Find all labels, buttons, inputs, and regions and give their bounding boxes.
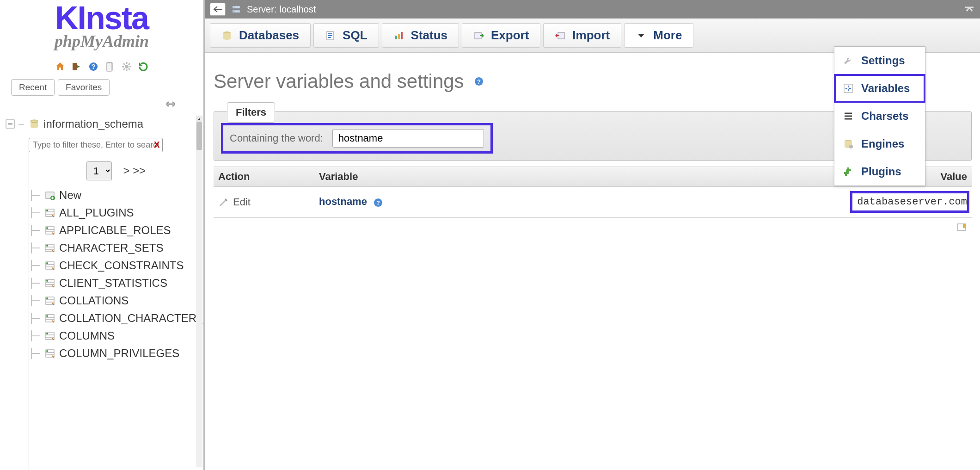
scrollbar-thumb[interactable] bbox=[196, 122, 202, 150]
svg-point-27 bbox=[46, 227, 48, 229]
tree-item[interactable]: ├─COLUMN_PRIVILEGES bbox=[29, 347, 203, 360]
chevron-down-icon bbox=[636, 30, 647, 41]
clear-filter-icon[interactable]: X bbox=[154, 140, 160, 149]
svg-rect-67 bbox=[844, 84, 852, 93]
tab-more[interactable]: More bbox=[624, 23, 693, 48]
collapse-panel-icon[interactable] bbox=[963, 5, 975, 14]
tree-item[interactable]: ├─APPLICABLE_ROLES bbox=[29, 224, 203, 237]
breadcrumb-server[interactable]: localhost bbox=[279, 4, 316, 15]
main: Server: localhost Databases SQL Status E… bbox=[205, 0, 980, 470]
tree-item[interactable]: ├─CHARACTER_SETS bbox=[29, 241, 203, 254]
tab-status[interactable]: Status bbox=[382, 23, 459, 48]
table-icon bbox=[44, 260, 55, 271]
tab-import[interactable]: Import bbox=[543, 23, 621, 48]
svg-point-39 bbox=[46, 280, 48, 282]
sql-icon bbox=[325, 30, 336, 41]
svg-point-69 bbox=[849, 145, 853, 148]
tree-filter-input[interactable] bbox=[29, 138, 163, 152]
page-next[interactable]: > >> bbox=[123, 164, 146, 177]
bookmark-icon[interactable] bbox=[956, 223, 967, 234]
svg-rect-56 bbox=[233, 6, 240, 9]
tree-item[interactable]: ├─COLLATIONS bbox=[29, 294, 203, 307]
gear-icon[interactable] bbox=[121, 61, 132, 72]
variable-value: databaseserver.com bbox=[852, 193, 967, 210]
svg-rect-64 bbox=[401, 32, 403, 39]
tab-databases[interactable]: Databases bbox=[210, 23, 311, 48]
db-tree: — information_schema X 1 > >> ├─ New bbox=[6, 118, 203, 360]
charsets-icon bbox=[843, 111, 854, 122]
recent-tab[interactable]: Recent bbox=[11, 79, 55, 96]
topbar: Server: localhost bbox=[205, 0, 980, 19]
col-variable: Variable bbox=[319, 171, 624, 183]
filter-label: Containing the word: bbox=[230, 132, 323, 144]
svg-point-31 bbox=[46, 245, 48, 247]
home-icon[interactable] bbox=[55, 61, 66, 72]
svg-point-23 bbox=[46, 210, 48, 211]
table-icon bbox=[44, 225, 55, 236]
col-action: Action bbox=[218, 171, 319, 183]
filter-input[interactable] bbox=[332, 129, 484, 148]
link-icon[interactable] bbox=[164, 99, 178, 109]
favorites-tab[interactable]: Favorites bbox=[58, 79, 110, 96]
db-name: information_schema bbox=[43, 118, 143, 130]
tree-pager: 1 > >> bbox=[29, 161, 203, 180]
new-table-link[interactable]: ├─ New bbox=[29, 189, 203, 202]
new-icon bbox=[44, 190, 55, 201]
svg-line-10 bbox=[123, 63, 125, 65]
import-icon bbox=[555, 30, 566, 41]
svg-rect-63 bbox=[398, 34, 400, 39]
variables-icon bbox=[843, 83, 854, 94]
svg-text:?: ? bbox=[477, 78, 481, 85]
svg-rect-62 bbox=[395, 36, 397, 39]
back-button[interactable] bbox=[210, 3, 226, 16]
svg-rect-0 bbox=[73, 63, 77, 70]
table-icon bbox=[44, 295, 55, 306]
tree-item[interactable]: ├─CHECK_CONSTRAINTS bbox=[29, 259, 203, 272]
server-icon bbox=[231, 4, 241, 14]
help-icon[interactable]: ? bbox=[473, 76, 484, 87]
collapse-icon[interactable] bbox=[6, 119, 15, 129]
tab-sql[interactable]: SQL bbox=[313, 23, 379, 48]
tree-item[interactable]: ├─ALL_PLUGINS bbox=[29, 206, 203, 219]
sidebar-scrollbar[interactable]: ▲ bbox=[196, 122, 202, 467]
sidebar: KInsta phpMyAdmin ? Recent Favorites — i… bbox=[0, 0, 205, 470]
brand: KInsta phpMyAdmin bbox=[0, 2, 203, 53]
svg-rect-4 bbox=[106, 63, 112, 71]
engines-icon bbox=[843, 138, 854, 149]
svg-point-43 bbox=[46, 297, 48, 299]
reload-icon[interactable] bbox=[138, 61, 149, 72]
menu-charsets[interactable]: Charsets bbox=[834, 102, 925, 130]
menu-settings[interactable]: Settings bbox=[834, 47, 925, 74]
docs-icon[interactable] bbox=[104, 61, 116, 72]
tree-item[interactable]: ├─COLUMNS bbox=[29, 329, 203, 342]
menu-plugins[interactable]: Plugins bbox=[834, 158, 925, 186]
variable-link[interactable]: hostname bbox=[319, 196, 367, 207]
help-icon[interactable]: ? bbox=[373, 197, 384, 208]
plugin-icon bbox=[843, 166, 854, 177]
pencil-icon bbox=[218, 197, 229, 208]
logout-icon[interactable] bbox=[71, 61, 82, 72]
svg-text:?: ? bbox=[92, 63, 96, 70]
table-icon bbox=[44, 330, 55, 341]
menu-variables[interactable]: Variables bbox=[834, 74, 925, 102]
edit-action[interactable]: Edit bbox=[218, 196, 319, 208]
table-icon bbox=[44, 313, 55, 324]
menu-engines[interactable]: Engines bbox=[834, 130, 925, 158]
tree-item[interactable]: ├─COLLATION_CHARACTER_ bbox=[29, 312, 203, 325]
db-node[interactable]: — information_schema bbox=[6, 118, 203, 130]
filters-legend: Filters bbox=[227, 102, 275, 123]
table-row: Edit hostname ? databaseserver.com bbox=[214, 187, 972, 218]
tab-export[interactable]: Export bbox=[462, 23, 540, 48]
tree-item[interactable]: ├─CLIENT_STATISTICS bbox=[29, 277, 203, 290]
help-icon[interactable]: ? bbox=[88, 61, 99, 72]
table-icon bbox=[44, 242, 55, 254]
breadcrumb-prefix: Server: bbox=[247, 4, 276, 15]
page-select[interactable]: 1 bbox=[86, 161, 112, 180]
svg-line-12 bbox=[123, 68, 125, 70]
svg-point-59 bbox=[233, 11, 234, 12]
svg-text:?: ? bbox=[376, 199, 380, 206]
filter-row: Containing the word: bbox=[223, 125, 490, 151]
scroll-up-icon[interactable]: ▲ bbox=[196, 116, 202, 122]
table-icon bbox=[44, 278, 55, 289]
svg-point-47 bbox=[46, 315, 48, 317]
